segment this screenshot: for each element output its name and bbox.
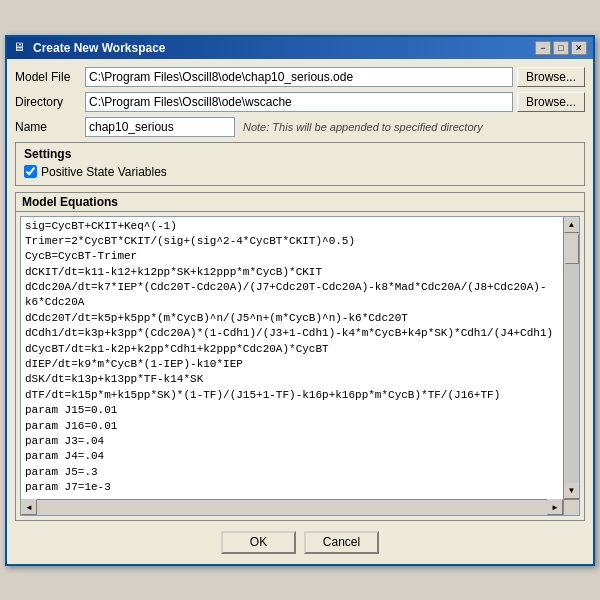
- equations-textarea[interactable]: [21, 217, 563, 515]
- positive-state-label: Positive State Variables: [41, 165, 167, 179]
- directory-browse-button[interactable]: Browse...: [517, 92, 585, 112]
- window-icon: 🖥: [13, 40, 29, 56]
- title-bar: 🖥 Create New Workspace − □ ✕: [7, 37, 593, 59]
- scroll-up-arrow[interactable]: ▲: [564, 217, 580, 233]
- scroll-corner: [563, 499, 579, 515]
- title-buttons: − □ ✕: [535, 41, 587, 55]
- scroll-right-arrow[interactable]: ►: [547, 499, 563, 515]
- model-file-row: Model File Browse...: [15, 67, 585, 87]
- bottom-buttons: OK Cancel: [15, 527, 585, 556]
- model-file-browse-button[interactable]: Browse...: [517, 67, 585, 87]
- name-label: Name: [15, 120, 85, 134]
- scroll-thumb-v[interactable]: [565, 234, 579, 264]
- equations-wrapper: ▲ ▼ ◄ ►: [20, 216, 580, 516]
- ok-button[interactable]: OK: [221, 531, 296, 554]
- settings-legend: Settings: [24, 147, 576, 161]
- directory-label: Directory: [15, 95, 85, 109]
- model-equations-header: Model Equations: [16, 193, 584, 212]
- name-note: Note: This will be appended to specified…: [243, 121, 483, 133]
- positive-state-row: Positive State Variables: [24, 165, 576, 179]
- model-file-input[interactable]: [85, 67, 513, 87]
- maximize-button[interactable]: □: [553, 41, 569, 55]
- directory-row: Directory Browse...: [15, 92, 585, 112]
- directory-input[interactable]: [85, 92, 513, 112]
- horizontal-scrollbar[interactable]: ◄ ►: [21, 499, 563, 515]
- close-button[interactable]: ✕: [571, 41, 587, 55]
- model-equations-group: Model Equations ▲ ▼ ◄ ►: [15, 192, 585, 521]
- vertical-scrollbar[interactable]: ▲ ▼: [563, 217, 579, 499]
- name-input[interactable]: [85, 117, 235, 137]
- positive-state-checkbox[interactable]: [24, 165, 37, 178]
- scroll-track-v: [565, 233, 579, 483]
- name-row: Name Note: This will be appended to spec…: [15, 117, 585, 137]
- window-body: Model File Browse... Directory Browse...…: [7, 59, 593, 564]
- create-workspace-window: 🖥 Create New Workspace − □ ✕ Model File …: [5, 35, 595, 566]
- scroll-left-arrow[interactable]: ◄: [21, 499, 37, 515]
- cancel-button[interactable]: Cancel: [304, 531, 379, 554]
- model-file-label: Model File: [15, 70, 85, 84]
- scroll-down-arrow[interactable]: ▼: [564, 483, 580, 499]
- title-bar-left: 🖥 Create New Workspace: [13, 40, 166, 56]
- settings-group: Settings Positive State Variables: [15, 142, 585, 186]
- minimize-button[interactable]: −: [535, 41, 551, 55]
- window-title: Create New Workspace: [33, 41, 166, 55]
